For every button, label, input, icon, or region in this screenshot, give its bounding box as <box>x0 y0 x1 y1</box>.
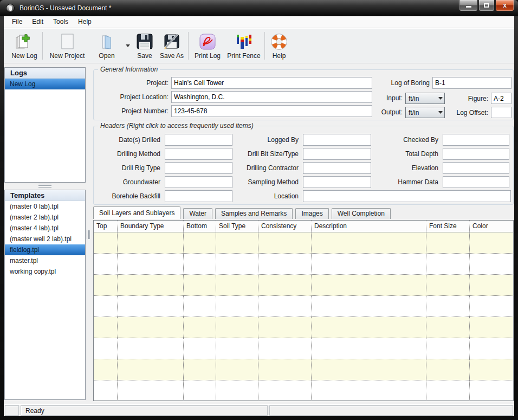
vertical-splitter[interactable] <box>87 230 90 239</box>
table-cell[interactable] <box>258 359 311 380</box>
header-field-drill-bit-size-type[interactable] <box>303 148 371 160</box>
project-input[interactable] <box>171 77 372 89</box>
table-cell[interactable] <box>117 275 183 295</box>
table-cell[interactable] <box>94 338 117 359</box>
table-cell[interactable] <box>258 296 311 316</box>
location-input[interactable] <box>303 190 511 202</box>
table-cell[interactable] <box>426 232 469 253</box>
table-cell[interactable] <box>258 254 311 274</box>
table-cell[interactable] <box>469 317 513 338</box>
table-cell[interactable] <box>216 296 258 316</box>
table-cell[interactable] <box>94 317 117 338</box>
header-field-sampling-method[interactable] <box>303 176 371 188</box>
table-cell[interactable] <box>426 317 469 338</box>
table-cell[interactable] <box>183 275 216 295</box>
table-cell[interactable] <box>94 380 117 401</box>
tab-soil-layers-and-sublayers[interactable]: Soil Layers and Sublayers <box>93 206 180 219</box>
table-cell[interactable] <box>258 380 311 401</box>
table-cell[interactable] <box>183 254 216 274</box>
table-cell[interactable] <box>117 254 183 274</box>
tab-water[interactable]: Water <box>183 208 212 219</box>
tab-well-completion[interactable]: Well Completion <box>332 208 391 219</box>
table-cell[interactable] <box>311 254 426 274</box>
table-cell[interactable] <box>426 275 469 295</box>
open-dropdown-button[interactable] <box>124 29 132 63</box>
table-cell[interactable] <box>94 275 117 295</box>
header-field-logged-by[interactable] <box>303 134 371 146</box>
table-cell[interactable] <box>117 380 183 401</box>
tab-images[interactable]: Images <box>295 208 328 219</box>
table-cell[interactable] <box>117 338 183 359</box>
table-cell[interactable] <box>258 232 311 253</box>
close-button[interactable]: x <box>495 0 514 11</box>
project-number-input[interactable] <box>171 105 372 117</box>
table-cell[interactable] <box>183 232 216 253</box>
template-item-master-4-lab-tpl[interactable]: (master 4 lab).tpl <box>5 223 85 234</box>
menu-help[interactable]: Help <box>73 16 96 28</box>
template-item-master-tpl[interactable]: master.tpl <box>5 255 85 266</box>
table-cell[interactable] <box>94 359 117 380</box>
figure-input[interactable] <box>491 93 511 104</box>
header-field-hammer-data[interactable] <box>443 176 509 188</box>
table-cell[interactable] <box>183 296 216 316</box>
template-item-master-well-2-lab-tpl[interactable]: (master well 2 lab).tpl <box>5 234 85 244</box>
minimize-button[interactable] <box>459 0 478 11</box>
table-cell[interactable] <box>117 317 183 338</box>
maximize-button[interactable] <box>478 0 495 11</box>
menu-tools[interactable]: Tools <box>48 16 73 28</box>
table-cell[interactable] <box>469 254 513 274</box>
table-cell[interactable] <box>216 338 258 359</box>
table-cell[interactable] <box>258 275 311 295</box>
open-button[interactable]: Open <box>90 29 124 63</box>
template-item-fieldlog-tpl[interactable]: fieldlog.tpl <box>5 244 85 255</box>
header-field-drill-rig-type[interactable] <box>165 162 232 174</box>
log-item-new-log[interactable]: New Log <box>5 79 85 89</box>
table-cell[interactable] <box>311 338 426 359</box>
table-cell[interactable] <box>94 296 117 316</box>
print-fence-button[interactable]: Print Fence <box>225 29 263 63</box>
table-cell[interactable] <box>183 380 216 401</box>
table-cell[interactable] <box>258 317 311 338</box>
table-cell[interactable] <box>469 275 513 295</box>
table-cell[interactable] <box>426 296 469 316</box>
table-cell[interactable] <box>183 317 216 338</box>
table-cell[interactable] <box>216 380 258 401</box>
table-cell[interactable] <box>216 232 258 253</box>
new-project-button[interactable]: New Project <box>44 29 90 63</box>
tab-samples-and-remarks[interactable]: Samples and Remarks <box>215 208 293 219</box>
header-field-date-s-drilled[interactable] <box>165 134 232 146</box>
table-cell[interactable] <box>469 296 513 316</box>
table-cell[interactable] <box>426 359 469 380</box>
save-button[interactable]: Save <box>132 29 157 63</box>
header-field-drilling-method[interactable] <box>165 148 232 160</box>
new-log-button[interactable]: New Log <box>8 29 41 63</box>
header-field-elevation[interactable] <box>443 162 509 174</box>
table-cell[interactable] <box>311 317 426 338</box>
horizontal-splitter[interactable] <box>4 182 86 189</box>
header-field-checked-by[interactable] <box>443 134 509 146</box>
table-cell[interactable] <box>469 380 513 401</box>
log-of-boring-input[interactable] <box>432 77 511 89</box>
table-cell[interactable] <box>183 338 216 359</box>
template-item-working-copy-tpl[interactable]: working copy.tpl <box>5 266 85 277</box>
table-cell[interactable] <box>94 232 117 253</box>
table-cell[interactable] <box>117 232 183 253</box>
table-cell[interactable] <box>183 359 216 380</box>
menu-file[interactable]: File <box>7 16 27 28</box>
table-cell[interactable] <box>311 380 426 401</box>
template-item-master-0-lab-tpl[interactable]: (master 0 lab).tpl <box>5 201 85 212</box>
table-cell[interactable] <box>469 359 513 380</box>
help-button[interactable]: Help <box>267 29 292 63</box>
table-cell[interactable] <box>426 380 469 401</box>
table-cell[interactable] <box>469 232 513 253</box>
table-cell[interactable] <box>117 359 183 380</box>
table-cell[interactable] <box>216 254 258 274</box>
table-cell[interactable] <box>258 338 311 359</box>
table-cell[interactable] <box>117 296 183 316</box>
log-offset-input[interactable] <box>491 107 511 118</box>
table-cell[interactable] <box>216 359 258 380</box>
header-field-total-depth[interactable] <box>443 148 509 160</box>
table-cell[interactable] <box>216 275 258 295</box>
save-as-button[interactable]: Save As <box>157 29 186 63</box>
print-log-button[interactable]: Print Log <box>190 29 225 63</box>
